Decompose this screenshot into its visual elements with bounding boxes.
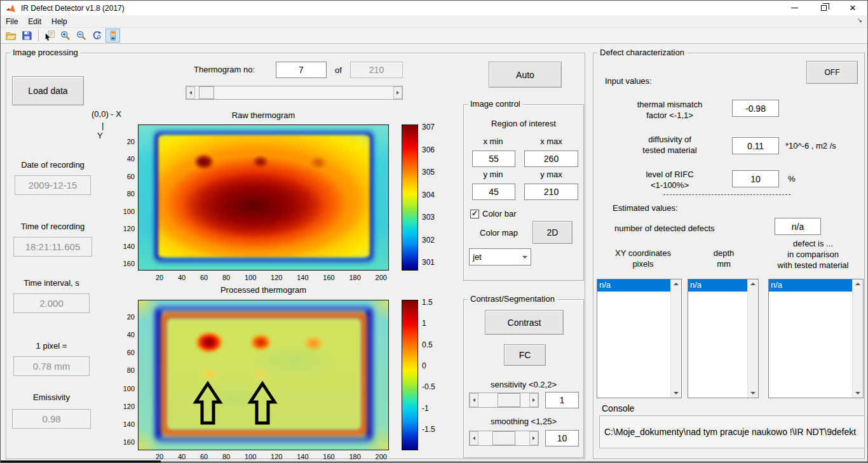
listbox-scrollbar[interactable] [670,279,681,398]
proc-x-tick: 60 [200,453,208,460]
rifc-input[interactable] [732,170,779,187]
colorbar-toggle-button[interactable] [105,29,120,43]
raw-y-tick: 100 [123,208,135,215]
slider-thumb[interactable] [498,393,520,407]
slider-track[interactable] [195,86,393,99]
view-2d-button[interactable]: 2D [532,221,573,244]
data-cursor-button[interactable] [42,29,57,43]
listbox-item-selected[interactable]: n/a [769,279,852,292]
proc-y-tick: 160 [123,438,135,446]
smoothing-slider[interactable] [469,431,539,446]
sensitivity-input[interactable] [545,392,579,408]
thermal-mismatch-input[interactable] [732,100,779,117]
y-min-label: y min [470,170,516,179]
taskbar-edge [1,460,161,462]
menu-file[interactable]: File [1,16,23,27]
dock-figure-icon[interactable]: ↘ [857,17,862,23]
scroll-up-icon[interactable] [674,283,679,285]
close-button[interactable]: ✕ [838,1,867,15]
raw-colorbar-tick: 306 [422,145,435,154]
proc-x-tick: 80 [222,453,230,460]
colormap-dropdown[interactable]: jet [469,248,531,265]
pixel-size-label: 1 pixel = [6,341,97,351]
menubar: File Edit Help [1,15,867,27]
image-control-group-label: Image control [468,99,523,109]
save-button[interactable] [19,29,34,43]
slider-right-arrow[interactable] [529,393,538,407]
slider-thumb[interactable] [492,431,515,445]
slider-track[interactable] [478,393,529,407]
raw-x-tick: 200 [376,274,387,281]
fc-button[interactable]: FC [504,344,546,366]
slider-left-arrow[interactable] [470,431,478,445]
slider-left-arrow[interactable] [186,86,195,99]
date-of-recording-value: 2009-12-15 [15,175,91,195]
raw-colorbar-tick: 302 [422,236,435,245]
scroll-up-icon[interactable] [750,283,756,285]
diffusivity-line1: diffusivity of [613,134,727,145]
proc-colorbar-tick: 0 [422,361,435,370]
listbox-scrollbar[interactable] [747,279,758,398]
slider-thumb[interactable] [199,86,214,99]
zoom-in-button[interactable] [58,29,72,43]
image-control-group: Image control Region of interest x min x… [463,104,584,281]
thermogram-no-input[interactable] [276,62,327,78]
depth-header-line2: mm [689,258,759,269]
off-button[interactable]: OFF [806,61,858,84]
diffusivity-line2: tested material [613,145,727,156]
zoom-out-button[interactable] [74,29,88,43]
slider-left-arrow[interactable] [470,393,478,407]
listbox-item-selected[interactable]: n/a [597,279,670,292]
x-min-input[interactable] [472,151,515,167]
raw-x-tick: 160 [323,274,334,281]
xy-header-line2: pixels [599,258,688,269]
minimize-button[interactable] [780,1,809,15]
defect-characterization-group: Defect characterization OFF Input values… [593,53,865,459]
pixel-size-field: 1 pixel = 0.78 mm [6,341,97,376]
data-cursor-icon [44,30,55,41]
colorbar-checkbox[interactable] [470,210,479,218]
proc-y-tick: 40 [127,331,135,339]
comparison-listbox[interactable]: n/a [768,279,864,398]
restore-button[interactable] [809,1,838,15]
auto-button[interactable]: Auto [489,62,562,88]
raw-y-tick: 80 [127,190,135,198]
slider-track[interactable] [478,431,529,445]
raw-x-tick: 140 [297,274,308,281]
rotate-3d-button[interactable] [90,29,104,43]
time-of-recording-value: 18:21:11.605 [13,237,92,257]
proc-colorbar-tick: -0.5 [422,382,435,391]
thermal-mismatch-label: thermal mismatch factor <-1,1> [613,99,727,121]
slider-right-arrow[interactable] [529,431,538,445]
menu-edit[interactable]: Edit [23,16,46,27]
y-min-input[interactable] [472,184,515,200]
proc-y-tick: 140 [123,420,135,428]
listbox-item-selected[interactable]: n/a [688,279,747,292]
proc-colorbar-tick: -1 [422,404,435,413]
smoothing-input[interactable] [545,430,579,446]
xy-coordinates-listbox[interactable]: n/a [597,279,682,398]
x-max-input[interactable] [524,151,578,167]
depth-listbox[interactable]: n/a [688,279,759,398]
up-arrow-icon [250,384,275,423]
scroll-up-icon[interactable] [855,283,860,285]
diffusivity-input[interactable] [732,137,779,154]
rifc-unit-label: % [788,174,796,184]
open-file-button[interactable] [3,29,18,43]
menu-help[interactable]: Help [46,16,72,27]
colorbar-checkbox-label: Color bar [482,209,516,218]
scroll-down-icon[interactable] [674,392,679,394]
y-max-input[interactable] [524,184,578,200]
scroll-down-icon[interactable] [750,392,756,394]
xy-header-line1: XY coordinates [599,248,688,258]
sensitivity-slider[interactable] [469,393,539,408]
proc-y-tick: 20 [127,313,135,321]
window-title: IR Defect Detector v1.8 (2017) [21,4,125,13]
contrast-button[interactable]: Contrast [485,310,564,335]
colormap-dropdown-value: jet [470,252,519,262]
listbox-scrollbar[interactable] [852,279,863,398]
slider-right-arrow[interactable] [393,86,402,99]
load-data-button[interactable]: Load data [12,76,84,105]
thermogram-slider[interactable] [186,86,403,100]
scroll-down-icon[interactable] [855,392,860,394]
